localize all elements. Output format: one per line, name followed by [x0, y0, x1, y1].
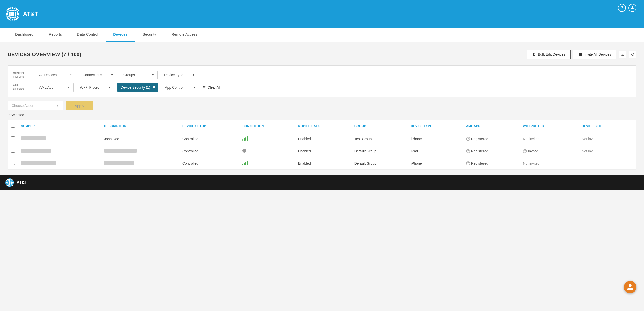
col-aml-app: AML APP	[463, 120, 520, 132]
question-icon: ?	[466, 137, 470, 141]
chevron-down-icon: ▼	[67, 86, 70, 89]
row-aml-app: ? Registered	[463, 157, 520, 170]
table-row: Controlled Enabled Default Group iPhone	[8, 157, 636, 170]
row-group: Default Group	[351, 157, 408, 170]
svg-point-0	[6, 7, 20, 21]
row-checkbox-cell	[8, 157, 18, 170]
chevron-down-icon: ▼	[193, 86, 196, 89]
page-title: DEVICES OVERVIEW (7 / 100)	[8, 52, 82, 57]
download-button[interactable]	[619, 51, 626, 58]
select-all-checkbox[interactable]	[11, 124, 15, 128]
user-button[interactable]	[628, 4, 636, 12]
device-type-filter[interactable]: Device Type ▼	[161, 71, 198, 79]
row-aml-app: ? Registered	[463, 132, 520, 145]
col-mobile-data: MOBILE DATA	[295, 120, 351, 132]
clear-icon	[202, 85, 206, 90]
signal-bars-icon	[242, 161, 248, 165]
row-device-sec: Not inv...	[579, 132, 636, 145]
blurred-number	[21, 136, 46, 140]
app-control-filter[interactable]: App Control ▼	[162, 83, 199, 92]
row-connection	[239, 132, 295, 145]
close-icon[interactable]: ✕	[152, 85, 155, 90]
aml-app-filter[interactable]: AML App ▼	[36, 83, 74, 92]
table-row: Controlled Enabled Default Group iPad ? …	[8, 145, 636, 157]
filters-section: GENERAL FILTERS Connections ▼ Groups ▼ D…	[8, 65, 636, 97]
upload-icon	[532, 52, 536, 56]
choose-action-dropdown[interactable]: Choose Action ▼	[8, 101, 63, 110]
blurred-description	[104, 149, 137, 153]
nav-dashboard[interactable]: Dashboard	[8, 28, 41, 42]
question-icon: ?	[523, 149, 527, 153]
search-filter[interactable]	[36, 71, 76, 79]
header-icons: ?	[618, 4, 636, 12]
signal-offline-icon	[242, 149, 246, 153]
brand-name: AT&T	[23, 11, 38, 17]
svg-point-5	[5, 178, 14, 187]
table-row: John Doe Controlled Enabled Test Group i…	[8, 132, 636, 145]
question-icon: ?	[466, 161, 470, 165]
bulk-edit-button[interactable]: Bulk Edit Devices	[527, 50, 571, 59]
row-connection	[239, 145, 295, 157]
row-checkbox-cell	[8, 145, 18, 157]
connections-filter[interactable]: Connections ▼	[79, 71, 117, 79]
row-aml-app: ? Registered	[463, 145, 520, 157]
app-filters-label: APPFILTERS	[13, 84, 33, 91]
col-number: NUMBER	[18, 120, 101, 132]
row-wifi-protect: ? Invited	[520, 145, 579, 157]
blurred-description	[104, 161, 134, 165]
download-icon	[621, 52, 625, 56]
nav-devices[interactable]: Devices	[106, 28, 135, 42]
app-filters-row: APPFILTERS AML App ▼ Wi-Fi Protect ▼ Dev…	[13, 83, 631, 92]
blurred-number	[21, 161, 56, 165]
invite-all-button[interactable]: Invite All Devices	[573, 50, 616, 59]
row-wifi-protect: Not invited	[520, 157, 579, 170]
row-checkbox[interactable]	[11, 136, 15, 140]
footer-brand-text: AT&T	[17, 180, 27, 185]
page-actions: Bulk Edit Devices Invite All Devices	[527, 50, 636, 59]
invite-icon	[578, 52, 582, 56]
row-mobile-data: Enabled	[295, 157, 351, 170]
footer-logo-icon	[5, 178, 14, 187]
att-logo-icon	[5, 6, 20, 21]
device-security-filter-active[interactable]: Device Security (1) ✕	[117, 83, 158, 92]
col-description: DESCRIPTION	[101, 120, 179, 132]
clear-all-button[interactable]: Clear All	[202, 85, 220, 90]
row-device-setup: Controlled	[179, 157, 239, 170]
row-checkbox-cell	[8, 132, 18, 145]
row-description: John Doe	[101, 132, 179, 145]
nav-remote-access[interactable]: Remote Access	[164, 28, 205, 42]
row-group: Default Group	[351, 145, 408, 157]
brand-logo: AT&T	[5, 6, 38, 21]
row-checkbox[interactable]	[11, 149, 15, 153]
nav-reports[interactable]: Reports	[41, 28, 69, 42]
chevron-down-icon: ▼	[111, 73, 114, 77]
row-mobile-data: Enabled	[295, 132, 351, 145]
page-header: DEVICES OVERVIEW (7 / 100) Bulk Edit Dev…	[8, 50, 636, 59]
row-description	[101, 157, 179, 170]
refresh-button[interactable]	[629, 51, 636, 58]
row-connection	[239, 157, 295, 170]
signal-bars-icon	[242, 136, 248, 141]
refresh-icon	[631, 52, 635, 56]
footer: AT&T	[0, 175, 644, 190]
row-wifi-protect: Not invited	[520, 132, 579, 145]
col-device-sec: DEVICE SEC...	[579, 120, 636, 132]
row-description	[101, 145, 179, 157]
question-icon: ?	[466, 149, 470, 153]
row-mobile-data: Enabled	[295, 145, 351, 157]
search-icon	[70, 73, 73, 77]
wifi-protect-filter[interactable]: Wi-Fi Protect ▼	[77, 83, 114, 92]
select-all-header	[8, 120, 18, 132]
table-header-row: NUMBER DESCRIPTION DEVICE SETUP CONNECTI…	[8, 120, 636, 132]
search-input[interactable]	[39, 73, 68, 77]
help-button[interactable]: ?	[618, 4, 626, 12]
col-device-type: DEVICE TYPE	[408, 120, 463, 132]
row-checkbox[interactable]	[11, 161, 15, 165]
nav-data-control[interactable]: Data Control	[69, 28, 106, 42]
header: AT&T ?	[0, 0, 644, 28]
main-content: DEVICES OVERVIEW (7 / 100) Bulk Edit Dev…	[0, 42, 644, 175]
groups-filter[interactable]: Groups ▼	[120, 71, 158, 79]
nav-security[interactable]: Security	[135, 28, 164, 42]
general-filters-row: GENERAL FILTERS Connections ▼ Groups ▼ D…	[13, 71, 631, 79]
apply-button[interactable]: Apply	[66, 101, 93, 110]
